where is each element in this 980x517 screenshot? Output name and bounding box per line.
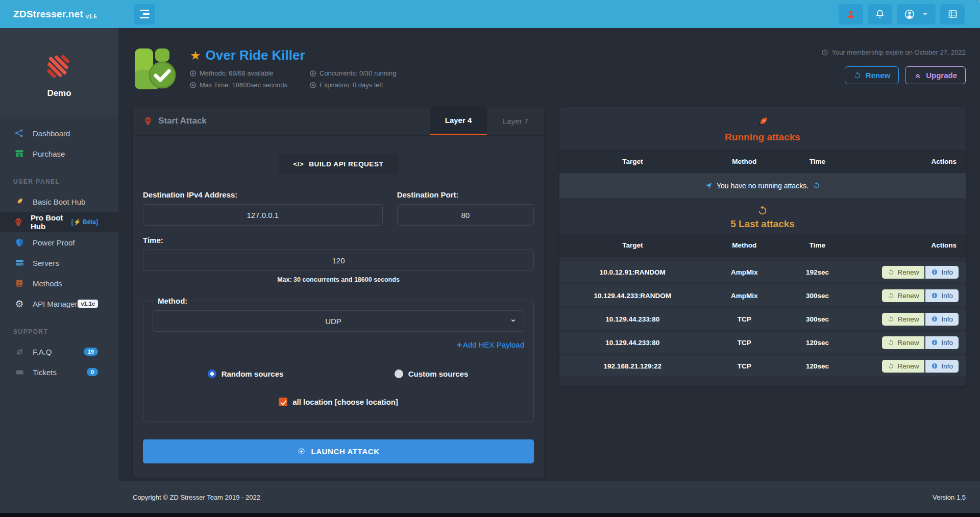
- footer: Copyright © ZD Stresser Team 2019 - 2022…: [118, 481, 980, 513]
- add-hex-payload-link[interactable]: +Add HEX Payload: [457, 340, 524, 349]
- sidebar-profile: Demo: [0, 28, 118, 116]
- beta-badge: [⚡ Béta]: [71, 218, 98, 226]
- renew-attack-button[interactable]: Renew: [882, 313, 924, 326]
- sidebar-item-api-manager[interactable]: ⚙⚙ API Manager v1.1c: [0, 293, 118, 314]
- copyright-text: Copyright © ZD Stresser Team 2019 - 2022: [133, 494, 260, 501]
- tab-layer4[interactable]: Layer 4: [430, 107, 487, 135]
- renew-attack-button[interactable]: Renew: [882, 360, 924, 373]
- network-icon: [13, 128, 26, 138]
- sidebar-item-servers[interactable]: Servers: [0, 253, 118, 273]
- redo-icon: [888, 363, 894, 370]
- plan-package-icon: [133, 46, 178, 91]
- info-icon: [931, 362, 938, 370]
- bullet-icon: [190, 82, 196, 88]
- sidebar-item-purchase[interactable]: Purchase: [0, 143, 118, 164]
- stat-max-time: Max Time: 18600sec seconds: [200, 81, 287, 89]
- radio-unselected-icon: [395, 370, 403, 378]
- bell-icon: [874, 9, 886, 20]
- brand-version: v1.6: [86, 13, 96, 19]
- history-icon: [757, 205, 768, 216]
- renew-attack-button[interactable]: Renew: [882, 266, 924, 279]
- faq-count-badge: 19: [84, 348, 98, 356]
- app-window: ZDStresser.net v1.6: [0, 0, 980, 513]
- destination-ip-input[interactable]: [143, 204, 383, 226]
- last-attacks-header: Target Method Time Actions: [559, 234, 966, 257]
- sidebar-item-dashboard[interactable]: Dashboard: [0, 123, 118, 143]
- checkbox-checked-icon[interactable]: [279, 398, 287, 406]
- attacks-panel: Running attacks Target Method Time Actio…: [559, 107, 966, 386]
- time-input[interactable]: [143, 250, 534, 271]
- repeat-icon: [13, 347, 26, 357]
- running-attacks-header: Target Method Time Actions: [559, 150, 966, 173]
- table-row: 10.129.44.233:RANDOM AmpMix 300sec Renew…: [559, 285, 966, 306]
- attack-info-button[interactable]: Info: [925, 336, 959, 349]
- version-badge: v1.1c: [78, 300, 98, 308]
- renew-attack-button[interactable]: Renew: [882, 336, 924, 349]
- paper-plane-icon: [705, 182, 713, 189]
- tab-layer7[interactable]: Layer 7: [487, 107, 544, 135]
- attack-info-button[interactable]: Info: [925, 289, 959, 302]
- navbar-actions: [839, 4, 965, 24]
- book-icon: [13, 279, 26, 288]
- redo-icon: [888, 292, 894, 299]
- attack-info-button[interactable]: Info: [925, 313, 959, 326]
- destination-port-input[interactable]: [397, 204, 534, 226]
- renew-membership-button[interactable]: Renew: [845, 66, 899, 84]
- main-content: ★ Over Ride Killer Methods: 68/68 availa…: [118, 28, 980, 481]
- profile-name: Demo: [47, 88, 71, 99]
- sidebar-item-faq[interactable]: F.A.Q 19: [0, 341, 118, 362]
- radio-random-sources[interactable]: Random sources: [153, 370, 338, 378]
- redo-icon: [888, 316, 894, 323]
- sources-radio-group: Random sources Custom sources: [153, 370, 524, 378]
- logo-icon: [39, 45, 79, 85]
- renew-attack-button[interactable]: Renew: [882, 289, 924, 302]
- sidebar-item-methods[interactable]: Methods: [0, 273, 118, 293]
- sidebar-item-pro-boot-hub[interactable]: Pro Boot Hub [⚡ Béta]: [0, 212, 118, 232]
- account-menu-button[interactable]: [897, 4, 936, 24]
- refresh-icon: [853, 71, 862, 80]
- info-icon: [931, 268, 938, 276]
- ticket-icon: [13, 367, 26, 377]
- user-circle-icon: [904, 9, 915, 20]
- online-users-button[interactable]: [839, 4, 863, 24]
- sidebar-toggle-button[interactable]: [134, 4, 155, 24]
- attack-info-button[interactable]: Info: [925, 266, 959, 279]
- rocket-icon: [756, 115, 770, 129]
- sidebar-item-power-proof[interactable]: Power Proof: [0, 232, 118, 253]
- refresh-icon[interactable]: [813, 182, 820, 189]
- attack-info-button[interactable]: Info: [925, 360, 959, 373]
- chevron-down-icon: [921, 10, 929, 18]
- sidebar-item-tickets[interactable]: Tickets 0: [0, 362, 118, 382]
- upgrade-membership-button[interactable]: Upgrade: [905, 66, 966, 84]
- all-location-checkbox-row[interactable]: all location [choose location]: [153, 398, 524, 406]
- time-label: Time:: [143, 236, 534, 244]
- last-attacks-title: 5 Last attacks: [559, 218, 966, 230]
- redo-icon: [888, 269, 894, 276]
- plan-header: ★ Over Ride Killer Methods: 68/68 availa…: [133, 46, 966, 91]
- method-select[interactable]: UDP: [153, 310, 524, 332]
- bullet-icon: [190, 70, 196, 77]
- brand[interactable]: ZDStresser.net v1.6: [0, 9, 118, 20]
- build-api-request-button[interactable]: </> BUILD API REQUEST: [278, 153, 399, 175]
- stat-methods: Methods: 68/68 available: [200, 69, 274, 77]
- target-icon: [297, 447, 306, 456]
- sidebar-item-basic-boot-hub[interactable]: Basic Boot Hub: [0, 191, 118, 212]
- tickets-count-badge: 0: [87, 368, 98, 376]
- radio-custom-sources[interactable]: Custom sources: [338, 370, 524, 378]
- panel-grid-button[interactable]: [940, 4, 965, 24]
- info-icon: [931, 292, 938, 299]
- brand-name: ZDStresser.net: [13, 9, 83, 20]
- chevrons-up-icon: [914, 71, 922, 80]
- table-row: 10.129.44.233:80 TCP 300sec Renew Info: [559, 309, 966, 329]
- notifications-button[interactable]: [868, 4, 892, 24]
- last-attacks-rows: 10.0.12.91:RANDOM AmpMix 192sec Renew In…: [559, 257, 966, 376]
- version-text: Version 1.5: [933, 494, 966, 501]
- shield-icon: [13, 238, 26, 248]
- start-attack-card: Start Attack Layer 4 Layer 7 </>: [133, 107, 544, 478]
- section-user-panel: USER PANEL: [0, 164, 118, 191]
- section-support: SUPPORT: [0, 314, 118, 341]
- start-attack-header: Start Attack Layer 4 Layer 7: [133, 107, 544, 136]
- launch-attack-button[interactable]: LAUNCH ATTACK: [143, 439, 534, 463]
- sidebar: Demo Dashboard Purchase USER PANEL Basic…: [0, 28, 118, 513]
- rocket-icon: [13, 196, 26, 207]
